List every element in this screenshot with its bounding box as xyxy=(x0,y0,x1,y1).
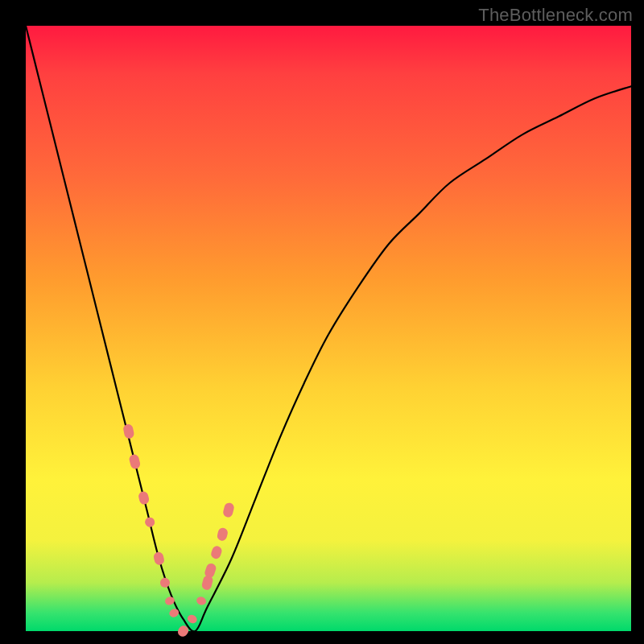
watermark-text: TheBottleneck.com xyxy=(478,5,633,26)
highlight-marker xyxy=(144,516,156,528)
highlight-marker xyxy=(210,545,223,560)
highlight-marker xyxy=(196,596,208,606)
highlight-marker xyxy=(122,423,134,440)
chart-frame: TheBottleneck.com xyxy=(0,0,644,644)
highlight-marker xyxy=(164,596,176,606)
highlight-marker xyxy=(168,607,180,618)
highlight-marker xyxy=(159,576,171,588)
highlight-marker xyxy=(128,453,141,469)
bottleneck-curve-line xyxy=(26,26,631,631)
highlight-marker xyxy=(138,490,151,505)
highlight-marker xyxy=(217,526,229,541)
curve-svg xyxy=(26,26,631,631)
plot-area xyxy=(26,26,631,631)
highlight-marker xyxy=(186,613,198,625)
highlight-marker xyxy=(153,551,166,566)
marker-group xyxy=(122,423,235,638)
highlight-marker xyxy=(222,502,235,518)
